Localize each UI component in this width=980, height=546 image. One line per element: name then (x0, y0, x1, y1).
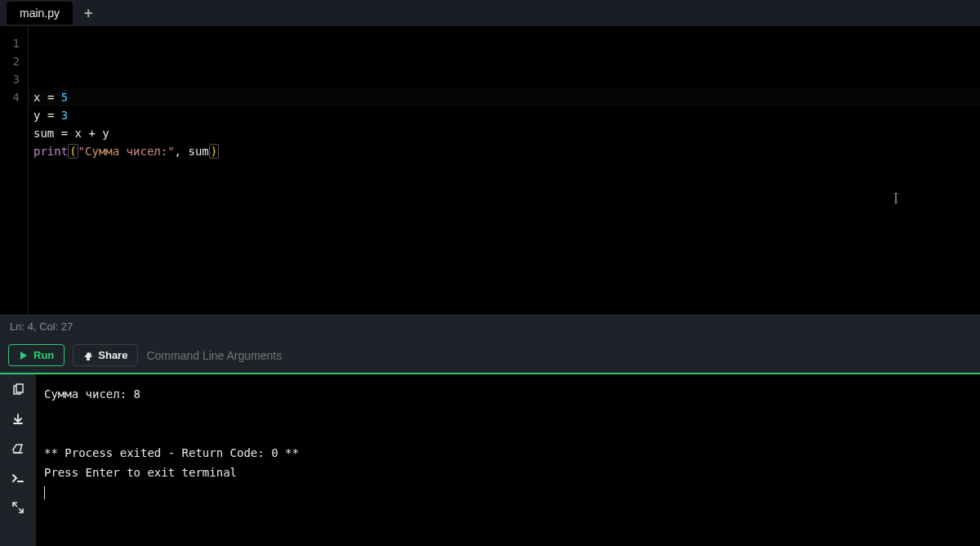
terminal-line: Сумма чисел: 8 (44, 384, 972, 404)
terminal-line: ** Process exited - Return Code: 0 ** (44, 443, 972, 463)
code-line[interactable]: print("Сумма чисел:", sum) (33, 142, 980, 160)
line-number: 4 (7, 88, 20, 106)
tab-bar: main.py + (0, 0, 980, 26)
text-cursor-icon: I (893, 190, 898, 208)
play-icon (19, 351, 29, 360)
status-bar: Ln: 4, Col: 27 (0, 315, 980, 338)
code-area[interactable]: x = 5y = 3sum = x + yprint("Сумма чисел:… (28, 26, 980, 315)
run-button[interactable]: Run (8, 344, 65, 366)
code-editor[interactable]: 1234 x = 5y = 3sum = x + yprint("Сумма ч… (0, 26, 980, 315)
line-number: 2 (7, 52, 20, 70)
download-icon[interactable] (11, 412, 25, 427)
code-line[interactable]: x = 5 (33, 88, 980, 106)
line-gutter: 1234 (0, 26, 28, 315)
expand-icon[interactable] (11, 500, 25, 515)
share-icon (83, 351, 93, 360)
line-number: 3 (7, 70, 20, 88)
code-line[interactable]: sum = x + y (33, 124, 980, 142)
erase-icon[interactable] (11, 441, 25, 456)
output-panel: Сумма чисел: 8 ** Process exited - Retur… (0, 374, 980, 546)
output-sidebar (0, 374, 36, 546)
terminal-line (44, 423, 972, 443)
terminal-cursor (44, 482, 972, 502)
add-tab-button[interactable]: + (76, 2, 101, 25)
copy-icon[interactable] (11, 383, 25, 397)
run-label: Run (33, 349, 54, 361)
share-button[interactable]: Share (73, 344, 138, 366)
terminal-line (44, 404, 972, 423)
command-line-input[interactable] (146, 349, 972, 362)
code-line[interactable]: y = 3 (33, 106, 980, 124)
share-label: Share (98, 349, 127, 361)
terminal-icon[interactable] (11, 471, 25, 486)
svg-rect-1 (16, 384, 23, 392)
cursor-position: Ln: 4, Col: 27 (10, 320, 73, 333)
line-number: 1 (7, 34, 20, 52)
terminal-line: Press Enter to exit terminal (44, 463, 972, 482)
tab-main-py[interactable]: main.py (7, 2, 73, 25)
toolbar: Run Share (0, 338, 980, 374)
terminal-output[interactable]: Сумма чисел: 8 ** Process exited - Retur… (36, 374, 980, 546)
